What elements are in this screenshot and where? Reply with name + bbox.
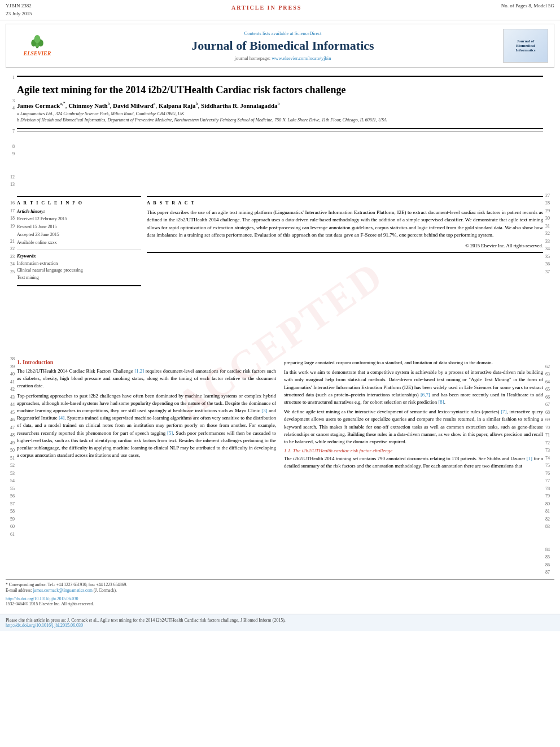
available-online: Available online xxxx: [17, 239, 141, 246]
info-abstract-columns: A R T I C L E I N F O Article history: R…: [17, 191, 543, 291]
right-para-3: We define agile text mining as the inter…: [284, 408, 543, 445]
elsevier-logo-section: ELSEVIER: [12, 34, 63, 57]
keyword-2: Clinical natural language processing: [17, 267, 141, 274]
science-direct-link[interactable]: ScienceDirect: [295, 30, 322, 36]
intro-para-1: The i2b2/UTHealth 2014 Cardiac Risk Fact…: [17, 368, 276, 390]
article-info-heading: A R T I C L E I N F O: [17, 200, 141, 206]
line-numbers-right-body: 62 63 64 65 66 67 68 69 70 71 72 73 74 7…: [543, 355, 554, 577]
right-para-2: In this work we aim to demonstrate that …: [284, 369, 543, 406]
journal-name: Journal of Biomedical Informatics: [74, 38, 492, 53]
doi-link-1[interactable]: http://dx.doi.org/10.1016/j.jbi.2015.06.…: [6, 596, 554, 601]
keyword-1: Information extraction: [17, 260, 141, 268]
authors-line: James Cormacka,*, Chinmoy Nathb, David M…: [17, 101, 543, 109]
line-numbers-left-title: 1 3 4 7 8 9 12 13: [6, 73, 17, 189]
body-columns: 1. Introduction The i2b2/UTHealth 2014 C…: [17, 355, 543, 472]
copyright: © 2015 Elsevier Inc. All rights reserved…: [147, 243, 543, 248]
elsevier-wordmark: ELSEVIER: [24, 50, 51, 56]
journal-header: ELSEVIER Contents lists available at Sci…: [6, 24, 554, 68]
body-left-column: 1. Introduction The i2b2/UTHealth 2014 C…: [17, 359, 276, 472]
abstract-heading: A B S T R A C T: [147, 200, 543, 206]
abstract-text: This paper describes the use of an agile…: [147, 209, 543, 239]
keyword-3: Text mining: [17, 274, 141, 282]
body-right-column: preparing large annotated corpora confor…: [284, 359, 543, 472]
article-title-section: Agile text mining for the 2014 i2b2/UTHe…: [17, 79, 543, 129]
abstract-section: A B S T R A C T This paper describes the…: [147, 196, 543, 253]
corresponding-author: * Corresponding author. Tel.: +44 1223 6…: [6, 582, 554, 588]
line-numbers-right-abstract: 27 28 29 30 31 32 33 34 35 36 37: [543, 191, 554, 353]
science-direct-info: Contents lists available at ScienceDirec…: [74, 30, 492, 36]
main-content: ACCEPTED 1 3 4 7 8 9 12 13: [0, 71, 560, 609]
line-numbers-right-title: [543, 73, 554, 189]
top-bar: YJBIN 2382 23 July 2015 ARTICLE IN PRESS…: [0, 0, 560, 20]
article-in-press-badge: ARTICLE IN PRESS: [231, 2, 301, 11]
line-numbers-left-body: 38 39 40 41 42 43 44 45 46 47 48 49 50 5…: [6, 355, 17, 577]
accepted-date: Accepted 23 June 2015: [17, 231, 141, 238]
page-model-info: No. of Pages 8, Model 5G: [501, 2, 554, 10]
journal-id: YJBIN 2382 23 July 2015: [6, 2, 32, 18]
intro-para-2: Top-performing approaches to past i2b2 c…: [17, 392, 276, 460]
bottom-doi-link[interactable]: http://dx.doi.org/10.1016/j.jbi.2015.06.…: [6, 623, 83, 628]
revised-date: Revised 15 June 2015: [17, 224, 141, 230]
subsection-title: 1.1. The i2b2/UTHealth cardiac risk fact…: [284, 448, 543, 453]
info-divider: [17, 250, 141, 250]
article-info-box: A R T I C L E I N F O Article history: R…: [17, 196, 141, 286]
keywords-label: Keywords:: [17, 254, 141, 259]
article-history-label: Article history:: [17, 209, 141, 214]
copyright-line: 1532-0464/© 2015 Elsevier Inc. All right…: [6, 601, 554, 608]
affiliations: a Linguamatics Ltd., 324 Cambridge Scien…: [17, 111, 543, 123]
elsevier-logo: ELSEVIER: [15, 34, 60, 57]
line-numbers-left-abstract: 16 17 18 19 21 22 23 24 25: [6, 191, 17, 353]
journal-title-section: Contents lists available at ScienceDirec…: [63, 30, 503, 61]
footnote-section: * Corresponding author. Tel.: +44 1223 6…: [6, 579, 554, 610]
received-date: Received 12 February 2015: [17, 216, 141, 222]
right-para-1: preparing large annotated corpora confor…: [284, 359, 543, 366]
svg-point-4: [34, 35, 41, 43]
article-info-column: A R T I C L E I N F O Article history: R…: [17, 196, 141, 286]
elsevier-tree-icon: [29, 35, 46, 49]
abstract-column: A B S T R A C T This paper describes the…: [147, 196, 543, 286]
email-line: E-mail address: james.cormack@linguamati…: [6, 588, 554, 594]
email-link[interactable]: james.cormack@linguamatics.com: [33, 588, 93, 593]
article-title: Agile text mining for the 2014 i2b2/UTHe…: [17, 84, 543, 97]
subsection-para: The i2b2/UTHealth 2014 training set cont…: [284, 455, 543, 470]
biomedical-informatics-logo: Journal ofBiomedicalInformatics: [503, 29, 548, 63]
bottom-citation-bar: Please cite this article in press as: J.…: [0, 614, 560, 631]
intro-title: 1. Introduction: [17, 359, 276, 365]
journal-homepage: journal homepage: www.elsevier.com/locat…: [74, 55, 492, 61]
